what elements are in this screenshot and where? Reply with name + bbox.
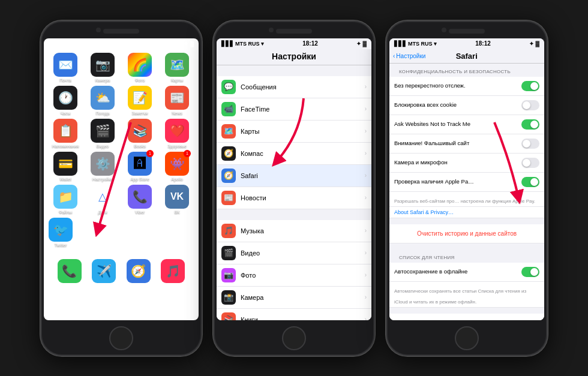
safari-item-clear-history[interactable]: Очистить историю и данные сайтов [389,224,544,243]
safari-back-button[interactable]: ‹ Настройки [393,53,425,59]
app-wallet[interactable]: 💳 Wallet [49,152,82,181]
safari-item-no-cross-track[interactable]: Без перекрестного отслеж. [389,77,544,96]
app-photos[interactable]: 🌈 Фото [123,53,157,82]
app-health[interactable]: ❤️ Здоровье [160,119,194,148]
appstore-icon: 🅰 [134,157,146,170]
home-button-2[interactable] [282,326,306,350]
settings-item-news[interactable]: 📰 Новости › [217,187,371,209]
ask-websites-label: Ask Websites Not to Track Me [394,121,518,127]
app-appstore[interactable]: 🅰 1 App Store [123,152,157,181]
safari-item-apple-pay[interactable]: Проверка наличия Apple Pa… [389,173,544,192]
safari-item-autosave[interactable]: Автосохранение в офлайне [389,263,544,282]
app-label-gdrive: Диск [98,210,107,214]
camera-mic-toggle[interactable] [521,158,539,168]
block-cookies-label: Блокировка всех cookie [394,101,518,108]
safari-item-ask-websites[interactable]: Ask Websites Not to Track Me [389,115,544,134]
settings-item-maps[interactable]: 🗺️ Карты › [217,121,371,143]
app-notes[interactable]: 📝 Заметки [123,86,157,115]
app-label-video: Видео [97,144,109,148]
ask-websites-toggle[interactable] [521,119,539,130]
block-cookies-toggle[interactable] [521,100,539,110]
app-vk[interactable]: VK ВК [160,185,194,214]
app-weather[interactable]: ⛅ Погода [86,86,119,115]
twitter-icon: 🐦 [53,222,68,237]
status-carrier: ▋▋▋ MTS RUS ▾ [49,41,91,47]
safari-item-additions[interactable]: Дополнения › [389,314,544,320]
safari-privacy-link[interactable]: About Safari & Privacy… [389,207,544,218]
settings-item-camera-settings[interactable]: 📸 Камера › [217,287,371,309]
status-bar-3: ▋▋▋ MTS RUS ▾ 18:12 ✦ ▓ [389,38,544,49]
safari-item-block-cookies[interactable]: Блокировка всех cookie [389,96,544,115]
music-dock-icon: 🎵 [166,264,181,278]
app-label-viber: Viber [135,210,145,214]
dock-telegram[interactable]: ✈️ [92,259,116,283]
app-files[interactable]: 📁 Файлы [49,185,82,214]
dock-safari[interactable]: 🧭 [127,259,151,283]
back-label: Настройки [396,53,425,59]
app-camera[interactable]: 📷 Камера [86,53,119,82]
compass-icon: 🧭 [221,146,236,161]
sep-before-additions [389,308,544,314]
app-mail[interactable]: ✉️ Почта [49,53,82,82]
gdrive-icon: △ [98,190,107,203]
chevron-additions: › [538,320,539,320]
front-camera-2 [269,28,274,32]
facetime-icon: 📹 [221,102,236,116]
chevron-safari: › [365,172,367,179]
dock-music[interactable]: 🎵 [161,259,185,283]
settings-item-photos-settings[interactable]: 📷 Фото › [217,264,371,287]
home-button-1[interactable] [109,326,133,350]
app-gdrive[interactable]: △ Диск [86,185,119,214]
autosave-toggle[interactable] [521,267,539,277]
chevron-messages: › [365,83,367,90]
battery-icon-2: ▓ [362,41,367,47]
chevron-music: › [365,227,367,234]
settings-icon: ⚙️ [95,157,110,171]
app-settings[interactable]: ⚙️ Настройки [86,152,119,181]
wifi-icon-3: ▾ [434,41,437,47]
carrier-name: MTS RUS [62,41,87,47]
app-viber[interactable]: 📞 Viber [123,185,157,214]
app-label-reminders: Напоминания [52,144,79,148]
dock: 📞 ✈️ 🧭 🎵 [47,255,195,287]
fraudulent-toggle[interactable] [521,139,539,149]
app-label-photos: Фото [135,78,145,82]
app-books[interactable]: 📚 Books [123,119,157,148]
app-label-camera: Камера [95,78,110,82]
safari-label: Safari [241,172,360,179]
reading-header-text: СПИСОК ДЛЯ ЧТЕНИЯ [394,252,460,261]
app-twitter[interactable]: 🐦 Twitter [49,218,73,247]
camera-settings-label: Камера [241,294,360,301]
autosave-label: Автосохранение в офлайне [394,268,518,275]
settings-item-video-settings[interactable]: 🎬 Видео › [217,242,371,264]
no-cross-track-toggle[interactable] [521,81,539,91]
settings-item-compass[interactable]: 🧭 Компас › [217,143,371,165]
signal-icon: ▋▋▋ [49,41,61,47]
chevron-facetime: › [365,106,367,112]
app-reminders[interactable]: 📋 Напоминания [49,119,82,148]
settings-item-safari[interactable]: 🧭 Safari › [217,165,371,187]
safari-item-fraudulent[interactable]: Внимание! Фальшивый сайт [389,134,544,154]
safari-item-camera-mic[interactable]: Камера и микрофон [389,154,544,173]
app-video[interactable]: 🎬 Видео [86,119,119,148]
app-label-notes: Заметки [132,111,148,115]
news-label: Новости [241,194,360,201]
home-button-3[interactable] [455,326,479,350]
settings-item-facetime[interactable]: 📹 FaceTime › [217,98,371,121]
signal-icon-3: ▋▋▋ [394,41,407,47]
signal-icon-2: ▋▋▋ [221,41,234,47]
app-clock[interactable]: 🕐 Часы [49,86,82,115]
page-dot-1 [115,249,118,252]
app-maps[interactable]: 🗺️ Карты [160,53,194,82]
status-bar-1: ▋▋▋ MTS RUS ▾ 18:12 ✦ ▓ [44,38,199,49]
settings-item-messages[interactable]: 💬 Сообщения › [217,76,371,98]
carrier-name-3: MTS RUS [408,41,433,47]
dock-phone[interactable]: 📞 [58,259,82,283]
home-screen: ▋▋▋ MTS RUS ▾ 18:12 ✦ ▓ ✉️ Почта 📷 [44,38,199,320]
weather-icon: ⛅ [95,91,110,105]
apple-pay-toggle[interactable] [521,177,539,187]
settings-item-books[interactable]: 📚 Книги › [217,309,371,320]
settings-item-music[interactable]: 🎵 Музыка › [217,220,371,242]
app-apollo[interactable]: 👾 1 Apollo [160,152,194,181]
app-news[interactable]: 📰 News [160,86,194,115]
